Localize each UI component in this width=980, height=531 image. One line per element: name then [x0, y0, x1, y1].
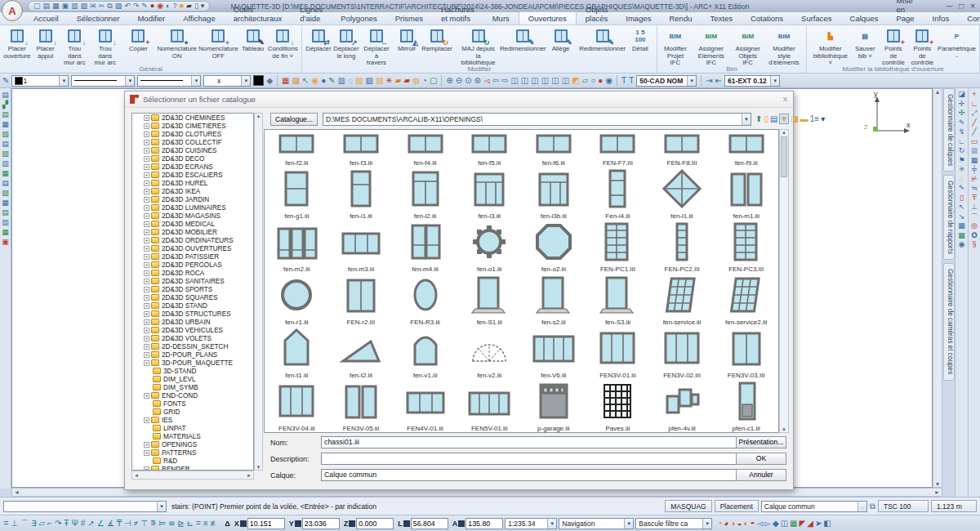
snap-arc-icon[interactable]: ⌒ — [20, 519, 29, 528]
ribbon-button-d-placer-[interactable]: ↔Déplacer à travers — [360, 26, 393, 68]
path-combobox[interactable]: D:\MES DOCUMENTS\ARCALIB-X11\OPENINGS\ ▼ — [323, 113, 751, 126]
coord-value-z[interactable]: 0.000 — [356, 518, 394, 529]
catalog-item[interactable]: FEN5V-01.iii — [457, 379, 522, 432]
expand-icon[interactable]: + — [144, 140, 149, 145]
doc1-icon[interactable]: ▤ — [2, 91, 9, 99]
tab-textes[interactable]: Textes — [701, 12, 741, 25]
fly-icon[interactable]: ➤ — [815, 519, 822, 528]
coord-value-a[interactable]: 135.80 — [466, 518, 503, 529]
grid2-icon[interactable]: ▦ — [971, 146, 978, 155]
ellipse-icon[interactable]: ○ — [590, 76, 595, 86]
dim2-icon[interactable]: ⊬ — [971, 175, 978, 184]
ribbon-button-redimensionner[interactable]: ✎Redimensionner — [499, 26, 546, 54]
tree-item[interactable]: +2D&3D STRUCTURES — [132, 310, 253, 318]
flag-icon[interactable]: ⚑ — [958, 156, 964, 165]
catalog-item[interactable]: Fen-i4.iii — [586, 167, 650, 220]
doc5-icon[interactable]: ▧ — [2, 130, 9, 138]
arrow2-icon[interactable]: ↘ — [959, 212, 965, 221]
ribbon-button-points-de[interactable]: +Points de contrôle — [908, 26, 937, 68]
tree-item[interactable]: +END-COND — [132, 391, 253, 399]
catalog-item[interactable]: fen-m2.iii — [265, 220, 329, 273]
ribbon-button-tableau[interactable]: ✎Tableau — [239, 26, 267, 54]
tab-prismes[interactable]: Prismes — [386, 12, 432, 25]
expand-icon[interactable]: + — [144, 295, 149, 301]
snap-y-icon[interactable]: Ψ — [71, 519, 78, 528]
tools-icon[interactable]: ✎ — [328, 76, 335, 86]
view-rot6-icon[interactable]: ◓ — [751, 519, 755, 528]
catalog-item[interactable]: fen-f5.iii — [457, 130, 522, 167]
catalog-item[interactable]: fen-m4.iii — [393, 220, 457, 273]
catalog-item[interactable]: fen-v2.iii — [457, 326, 522, 379]
tree-item[interactable]: +2D&3D SPORTS — [132, 285, 253, 293]
expand-icon[interactable]: + — [144, 344, 149, 350]
cam1-icon[interactable]: ◅ — [757, 519, 764, 528]
expand-icon[interactable]: + — [144, 205, 149, 211]
tree-item[interactable]: +OPENINGS — [132, 440, 253, 448]
expand-icon[interactable]: + — [144, 270, 149, 276]
panel-tab-gestionnaire-de-rapports[interactable]: Gestionnaire de rapports — [943, 175, 955, 260]
tab-infos[interactable]: Infos — [924, 12, 959, 25]
3d-icon[interactable]: ▰ — [403, 76, 410, 86]
tree-item[interactable]: +3D-POUR_MAQUETTE — [132, 359, 253, 367]
doc4-icon[interactable]: ▦ — [2, 120, 9, 128]
expand-icon[interactable]: + — [144, 230, 149, 235]
qat-dropdown-icon[interactable]: ▾ — [201, 2, 205, 11]
tree-item[interactable]: 3D-STAND — [132, 367, 253, 375]
masquag-button[interactable]: MASQUAG — [665, 500, 711, 512]
coord-value-y[interactable]: 23.036 — [302, 518, 340, 529]
tree-horizontal-scrollbar[interactable]: ◄► — [131, 471, 254, 480]
expand-icon[interactable]: + — [144, 123, 149, 129]
zoom-in-icon[interactable]: ⊕ — [446, 76, 452, 86]
catalog-item[interactable]: fen-t1.iii — [265, 326, 329, 379]
view1-icon[interactable]: ◫ — [510, 76, 518, 86]
catalog-item[interactable]: p-garage.iii — [522, 379, 586, 432]
catalog-item[interactable]: FEN-PC3.III — [714, 220, 778, 273]
catalog-item[interactable]: fen-g1.iii — [265, 167, 329, 220]
expand-icon[interactable]: + — [144, 189, 149, 194]
line2-icon[interactable]: ╱ — [972, 127, 976, 136]
delta-icon[interactable]: Δ — [225, 520, 229, 528]
doc14-icon[interactable]: ▥ — [2, 218, 9, 226]
expand-icon[interactable]: + — [144, 246, 149, 252]
view-rot4-icon[interactable]: ◒ — [737, 519, 742, 528]
expand-icon[interactable]: + — [144, 148, 149, 154]
ribbon-button-trou-dans[interactable]: ↓Trou dans mur arc — [60, 26, 90, 68]
arc1-icon[interactable]: ⌒ — [971, 212, 978, 221]
help-icon[interactable]: ? — [173, 2, 177, 11]
catalog-item[interactable]: fen-service2.iii — [714, 273, 778, 326]
catalog-item[interactable]: fen-v1.iii — [393, 326, 457, 379]
snap-off1-icon[interactable]: ⊤ — [140, 519, 148, 528]
ribbon-button-nomenclature[interactable]: ●Nomenclature OFF — [198, 26, 239, 60]
ribbon-button-assigner[interactable]: BIMAssigner Eléments IFC — [691, 26, 732, 68]
tab-murs[interactable]: Murs — [483, 12, 519, 25]
tab-mise-en-page[interactable]: Mise en Page — [887, 0, 923, 25]
maximize-button[interactable]: □ — [959, 2, 964, 11]
doc2-icon[interactable]: ▞ — [2, 100, 8, 109]
line-style-combobox[interactable]: ▼ — [71, 75, 135, 87]
catalog-item[interactable]: FEN3V-02.III — [650, 326, 715, 379]
tree-item[interactable]: FONTS — [132, 399, 253, 408]
tab-lignes-d-aide[interactable]: Lignes d'aide — [291, 3, 332, 25]
expand-icon[interactable]: + — [144, 450, 149, 456]
grid-colors-icon[interactable]: ▦ — [282, 76, 289, 86]
mail-icon[interactable]: ✉ — [90, 2, 96, 11]
tab-surfaces[interactable]: Surfaces — [792, 12, 841, 25]
expand-icon[interactable]: + — [144, 181, 149, 186]
hatch1-icon[interactable]: ▧ — [355, 76, 363, 86]
coord-lock-icon[interactable] — [349, 520, 355, 527]
canvas-vertical-scrollbar[interactable]: ▲▼ — [933, 88, 942, 488]
tab-accueil[interactable]: Accueil — [24, 12, 68, 25]
catalog-item[interactable]: fen-f9.iii — [714, 130, 778, 167]
tab-affichage[interactable]: Affichage — [174, 12, 224, 25]
snap-t-icon[interactable]: Ŧ — [64, 519, 69, 528]
snap-grid-icon[interactable]: ₸ — [117, 519, 122, 528]
snap-apt-icon[interactable]: ≢ — [211, 519, 219, 528]
cam3-icon[interactable]: ◆ — [773, 519, 779, 528]
coord-value-l[interactable]: 56.804 — [411, 518, 448, 529]
expand-icon[interactable]: + — [144, 213, 149, 219]
catalog-item[interactable]: fen-i3b.iii — [522, 167, 586, 220]
expand-icon[interactable]: + — [144, 417, 149, 423]
tree-item[interactable]: +2D&3D CIMETIERES — [132, 122, 253, 130]
up-folder-icon[interactable]: ⬆ — [755, 114, 762, 123]
active-layer-combobox[interactable]: Calque commun ... — [761, 501, 867, 512]
